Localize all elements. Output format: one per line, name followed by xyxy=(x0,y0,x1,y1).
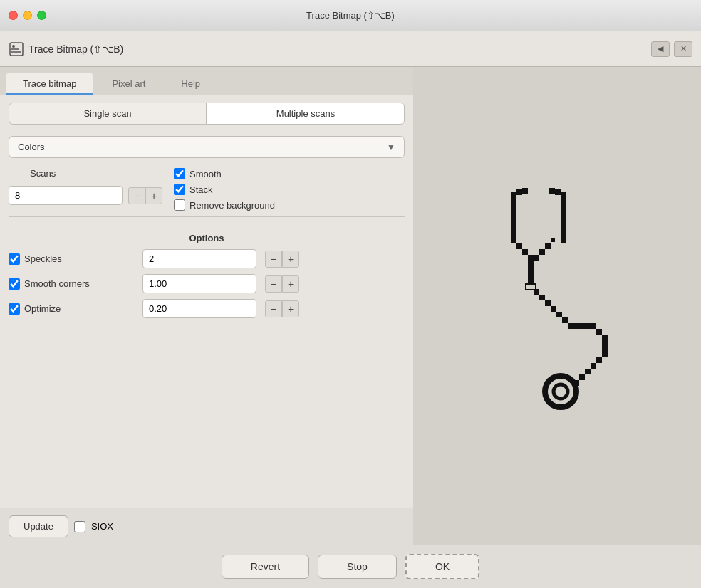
stack-checkbox-row: Stack xyxy=(174,184,275,195)
remove-bg-checkbox-row: Remove background xyxy=(174,199,275,211)
optimize-label: Optimize xyxy=(24,303,61,314)
subtab-multiple-scans[interactable]: Multiple scans xyxy=(207,103,405,125)
remove-bg-checkbox[interactable] xyxy=(174,199,185,211)
svg-rect-25 xyxy=(561,238,566,243)
traffic-lights xyxy=(9,11,46,20)
speckles-label: Speckles xyxy=(24,253,62,264)
colors-dropdown[interactable]: Colors ▼ xyxy=(9,136,405,158)
speckles-label-group: Speckles xyxy=(9,253,137,265)
svg-rect-51 xyxy=(596,329,602,335)
tab-trace-bitmap[interactable]: Trace bitmap xyxy=(6,73,93,95)
svg-point-61 xyxy=(545,376,576,407)
svg-rect-8 xyxy=(555,189,561,195)
svg-rect-13 xyxy=(511,215,516,221)
smooth-corners-checkbox[interactable] xyxy=(9,278,20,290)
maximize-button[interactable] xyxy=(37,11,46,20)
scans-increment-button[interactable]: + xyxy=(145,187,162,204)
scans-decrement-button[interactable]: − xyxy=(128,187,145,204)
dropdown-row: Colors ▼ xyxy=(0,132,413,162)
stack-label: Stack xyxy=(189,184,213,195)
svg-point-62 xyxy=(554,384,568,399)
svg-rect-7 xyxy=(561,192,566,198)
svg-rect-21 xyxy=(561,215,566,221)
svg-rect-33 xyxy=(528,261,534,266)
tab-help[interactable]: Help xyxy=(164,73,217,95)
svg-rect-45 xyxy=(562,317,568,323)
optimize-decrement-button[interactable]: − xyxy=(265,300,282,317)
stethoscope-preview xyxy=(450,185,664,427)
siox-checkbox[interactable] xyxy=(74,521,85,532)
main-tab-bar: Trace bitmap Pixel art Help xyxy=(0,67,413,95)
svg-rect-24 xyxy=(561,232,566,238)
left-panel: Trace bitmap Pixel art Help Single scan … xyxy=(0,67,413,545)
svg-rect-15 xyxy=(511,226,516,232)
action-bar: Update SIOX xyxy=(0,508,413,545)
svg-rect-56 xyxy=(596,357,602,363)
scans-right: Smooth Stack Remove background xyxy=(174,168,275,211)
siox-label: SIOX xyxy=(91,521,113,532)
smooth-corners-row: Smooth corners − + xyxy=(9,274,405,293)
dropdown-arrow-icon: ▼ xyxy=(387,142,395,152)
svg-rect-9 xyxy=(549,188,555,194)
smooth-corners-label: Smooth corners xyxy=(24,278,90,289)
optimize-increment-button[interactable]: + xyxy=(282,300,299,317)
svg-rect-54 xyxy=(602,346,608,352)
svg-rect-16 xyxy=(511,232,516,238)
scans-input-row: − + xyxy=(9,186,162,205)
svg-rect-34 xyxy=(528,266,534,272)
svg-rect-52 xyxy=(602,335,608,340)
svg-rect-12 xyxy=(511,209,516,215)
svg-rect-36 xyxy=(528,278,534,283)
app-window: Trace Bitmap (⇧⌥B) Trace Bitmap (⇧⌥B) ◀ … xyxy=(0,0,701,588)
speckles-stepper: − + xyxy=(265,251,299,268)
update-button[interactable]: Update xyxy=(9,515,68,537)
svg-rect-59 xyxy=(579,374,585,380)
scans-stepper: − + xyxy=(128,187,162,204)
stack-checkbox[interactable] xyxy=(174,184,185,195)
optimize-value-input[interactable] xyxy=(142,299,256,318)
svg-rect-5 xyxy=(516,189,522,195)
svg-rect-26 xyxy=(516,243,522,249)
window-header-content: Trace Bitmap (⇧⌥B) xyxy=(9,41,123,57)
svg-rect-6 xyxy=(522,188,528,194)
svg-rect-44 xyxy=(556,312,562,317)
smooth-corners-increment-button[interactable]: + xyxy=(282,275,299,293)
preview-canvas xyxy=(436,171,678,441)
close-button[interactable] xyxy=(9,11,18,20)
bottom-buttons-bar: Revert Stop OK xyxy=(0,545,701,588)
svg-rect-53 xyxy=(602,340,608,346)
svg-rect-32 xyxy=(551,238,555,242)
svg-rect-41 xyxy=(539,295,545,300)
stop-button[interactable]: Stop xyxy=(318,555,397,579)
speckles-checkbox[interactable] xyxy=(9,253,20,265)
svg-rect-49 xyxy=(585,323,591,329)
svg-rect-30 xyxy=(539,249,545,255)
speckles-increment-button[interactable]: + xyxy=(282,251,299,268)
speckles-value-input[interactable] xyxy=(142,249,256,268)
nav-back-button[interactable]: ◀ xyxy=(651,41,670,57)
speckles-decrement-button[interactable]: − xyxy=(265,251,282,268)
ok-button[interactable]: OK xyxy=(405,554,479,579)
smooth-corners-stepper: − + xyxy=(265,275,299,293)
svg-rect-42 xyxy=(545,300,551,306)
revert-button[interactable]: Revert xyxy=(222,555,309,579)
window-header: Trace Bitmap (⇧⌥B) ◀ ✕ xyxy=(0,31,701,67)
tab-pixel-art[interactable]: Pixel art xyxy=(95,73,162,95)
smooth-corners-decrement-button[interactable]: − xyxy=(265,275,282,293)
svg-rect-47 xyxy=(573,323,579,329)
svg-rect-17 xyxy=(511,238,516,243)
subtab-single-scan[interactable]: Single scan xyxy=(9,103,207,125)
titlebar-title: Trace Bitmap (⇧⌥B) xyxy=(306,10,395,21)
optimize-label-group: Optimize xyxy=(9,303,137,315)
scans-value-input[interactable] xyxy=(9,186,123,205)
optimize-checkbox[interactable] xyxy=(9,303,20,315)
minimize-button[interactable] xyxy=(23,11,32,20)
smooth-checkbox-row: Smooth xyxy=(174,168,275,179)
nav-close-button[interactable]: ✕ xyxy=(674,41,692,57)
svg-rect-4 xyxy=(511,192,516,198)
svg-rect-50 xyxy=(591,323,596,329)
smooth-checkbox[interactable] xyxy=(174,168,185,179)
svg-rect-18 xyxy=(561,198,566,204)
svg-rect-22 xyxy=(561,221,566,226)
smooth-corners-value-input[interactable] xyxy=(142,274,256,293)
